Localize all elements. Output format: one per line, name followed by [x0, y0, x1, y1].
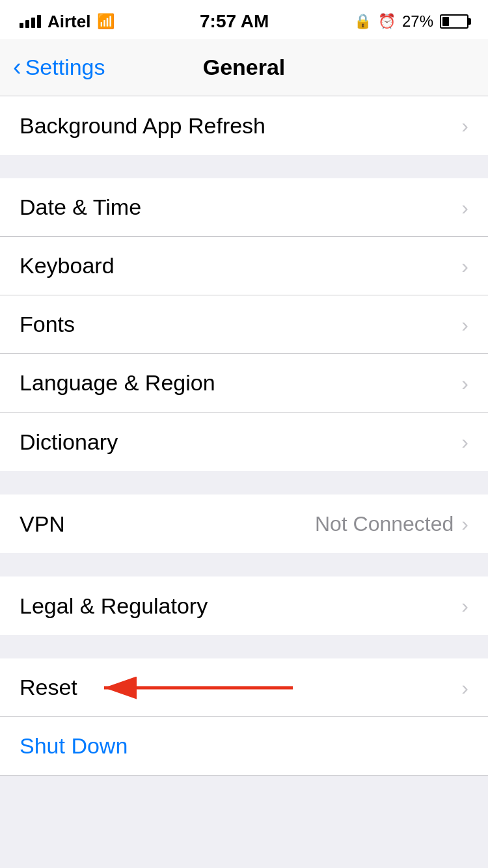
dictionary-right: › — [461, 431, 468, 452]
bottom-padding — [0, 776, 488, 815]
background-app-refresh-right: › — [461, 115, 468, 136]
dictionary-label: Dictionary — [20, 429, 118, 455]
battery-icon — [440, 14, 468, 29]
background-app-refresh-row[interactable]: Background App Refresh › — [0, 96, 488, 155]
battery-percent: 27% — [402, 12, 433, 31]
wifi-icon: 📶 — [97, 13, 115, 30]
legal-regulatory-row[interactable]: Legal & Regulatory › — [0, 576, 488, 635]
status-bar: Airtel 📶 7:57 AM 🔒 ⏰ 27% — [0, 0, 488, 39]
fonts-row[interactable]: Fonts › — [0, 295, 488, 354]
lock-icon: 🔒 — [354, 13, 372, 30]
back-chevron-icon: ‹ — [13, 55, 21, 79]
page-title: General — [203, 55, 286, 80]
section-datetime-group: Date & Time › Keyboard › Fonts › Languag… — [0, 178, 488, 471]
dictionary-row[interactable]: Dictionary › — [0, 413, 488, 471]
chevron-right-icon: › — [461, 115, 468, 136]
language-region-label: Language & Region — [20, 370, 215, 396]
status-left: Airtel 📶 — [20, 12, 115, 32]
shutdown-row[interactable]: Shut Down — [0, 717, 488, 776]
reset-right: › — [461, 677, 468, 698]
section-separator-2 — [0, 471, 488, 495]
chevron-right-icon: › — [461, 256, 468, 277]
arrow-annotation — [91, 668, 299, 707]
section-separator-3 — [0, 553, 488, 576]
chevron-right-icon: › — [461, 595, 468, 616]
back-button[interactable]: ‹ Settings — [13, 55, 105, 80]
vpn-label: VPN — [20, 511, 65, 537]
chevron-right-icon: › — [461, 373, 468, 394]
fonts-label: Fonts — [20, 312, 75, 337]
section-separator-4 — [0, 635, 488, 658]
back-label: Settings — [25, 55, 105, 80]
vpn-row[interactable]: VPN Not Connected › — [0, 495, 488, 553]
vpn-right: Not Connected › — [315, 512, 468, 536]
language-region-right: › — [461, 373, 468, 394]
keyboard-right: › — [461, 256, 468, 277]
keyboard-row[interactable]: Keyboard › — [0, 237, 488, 295]
chevron-right-icon: › — [461, 431, 468, 452]
date-time-label: Date & Time — [20, 195, 141, 220]
legal-regulatory-label: Legal & Regulatory — [20, 593, 208, 619]
fonts-right: › — [461, 314, 468, 335]
section-legal: Legal & Regulatory › — [0, 576, 488, 635]
signal-bars-icon — [20, 15, 41, 28]
section-vpn: VPN Not Connected › — [0, 495, 488, 553]
battery-fill — [442, 17, 449, 26]
chevron-right-icon: › — [461, 513, 468, 534]
section-separator-1 — [0, 155, 488, 178]
carrier-label: Airtel — [47, 12, 90, 32]
shutdown-label: Shut Down — [20, 733, 128, 759]
status-time: 7:57 AM — [200, 11, 269, 32]
alarm-icon: ⏰ — [378, 13, 396, 30]
status-right: 🔒 ⏰ 27% — [354, 12, 468, 31]
reset-label: Reset — [20, 675, 77, 700]
vpn-value: Not Connected — [315, 512, 454, 536]
chevron-right-icon: › — [461, 197, 468, 218]
date-time-right: › — [461, 197, 468, 218]
section-background-app-refresh: Background App Refresh › — [0, 96, 488, 155]
background-app-refresh-label: Background App Refresh — [20, 113, 265, 139]
red-arrow-icon — [91, 668, 299, 707]
date-time-row[interactable]: Date & Time › — [0, 178, 488, 237]
legal-regulatory-right: › — [461, 595, 468, 616]
nav-bar: ‹ Settings General — [0, 39, 488, 96]
section-reset-shutdown: Reset › Shut Down — [0, 658, 488, 776]
reset-row[interactable]: Reset › — [0, 658, 488, 717]
chevron-right-icon: › — [461, 314, 468, 335]
chevron-right-icon: › — [461, 677, 468, 698]
keyboard-label: Keyboard — [20, 253, 115, 278]
language-region-row[interactable]: Language & Region › — [0, 354, 488, 413]
